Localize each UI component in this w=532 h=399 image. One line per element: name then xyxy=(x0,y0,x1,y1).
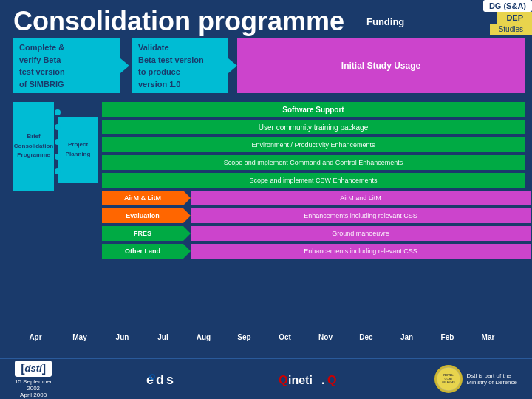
task-arrow-1 xyxy=(183,208,191,223)
svg-text:OF ARMS: OF ARMS xyxy=(442,381,455,384)
month-jul: Jul xyxy=(143,333,183,351)
task-label-3: Other Land xyxy=(102,244,183,259)
dstl-logo: [ dstl ] xyxy=(15,361,52,377)
main-title: Consolidation programme xyxy=(13,6,344,37)
top-bar: DG (S&A) DEP Studies xyxy=(483,0,532,35)
timeline: Apr May Jun Jul Aug Sep Oct Nov Dec Jan … xyxy=(13,333,525,351)
mod-area: ROYAL COAT OF ARMS Dstl is part of the M… xyxy=(434,365,517,393)
svg-text:Q: Q xyxy=(327,374,336,386)
dg-badge: DG (S&A) xyxy=(483,0,532,12)
task-row-1: Evaluation Enhancements including releva… xyxy=(102,208,531,223)
logo-bar: [ dstl ] 15 September 2002 April 2003 e … xyxy=(0,358,532,399)
dot-4 xyxy=(55,154,61,160)
svg-text:.: . xyxy=(321,374,324,386)
task-value-0: AirM and LitM xyxy=(191,191,531,205)
dstl-logo-area: [ dstl ] 15 September 2002 April 2003 xyxy=(15,361,52,398)
month-jun: Jun xyxy=(102,333,143,351)
task-arrow-2 xyxy=(183,226,191,241)
title-area: Consolidation programme Funding xyxy=(13,6,404,37)
task-label-1: Evaluation xyxy=(102,208,183,223)
task-value-3: Enhancements including relevant CSS xyxy=(191,244,531,259)
month-may: May xyxy=(58,333,102,351)
dep-badge: DEP xyxy=(497,12,532,24)
initial-study-box: Initial Study Usage xyxy=(237,38,525,93)
svg-text:ineti: ineti xyxy=(288,374,313,386)
scope-cbw-bar: Scope and implement CBW Enhancements xyxy=(102,173,525,188)
scope-c2-bar: Scope and implement Command and Control … xyxy=(102,155,525,170)
month-nov: Nov xyxy=(305,333,346,351)
top-boxes-row: Complete & verify Beta test version of S… xyxy=(13,38,525,93)
funding-label: Funding xyxy=(366,16,404,27)
task-value-1: Enhancements including relevant CSS xyxy=(191,208,531,223)
svg-text:Q: Q xyxy=(279,374,287,386)
month-oct: Oct xyxy=(265,333,305,351)
dot-3 xyxy=(55,139,61,145)
dot-5 xyxy=(55,168,61,174)
task-row-3: Other Land Enhancements including releva… xyxy=(102,244,531,259)
task-arrow-0 xyxy=(183,191,191,205)
bcp-box: Brief Consolidation Programme xyxy=(13,102,54,191)
month-feb: Feb xyxy=(427,333,468,351)
svg-text:d: d xyxy=(156,372,164,387)
task-label-0: AirM & LitM xyxy=(102,191,183,205)
mod-text: Dstl is part of the Ministry of Defence xyxy=(467,372,517,386)
task-arrow-3 xyxy=(183,244,191,259)
month-sep: Sep xyxy=(224,333,265,351)
eds-logo: e d s xyxy=(143,368,187,390)
month-apr: Apr xyxy=(13,333,58,351)
svg-text:s: s xyxy=(166,372,174,387)
mod-seal: ROYAL COAT OF ARMS xyxy=(434,365,463,393)
validate-box: Validate Beta test version to produce ve… xyxy=(132,38,228,93)
arrow-2 xyxy=(228,38,237,93)
date-line1: 15 September 2002 April 2003 xyxy=(15,378,52,398)
software-support-bar: Software Support xyxy=(102,102,525,117)
studies-badge: Studies xyxy=(490,24,532,35)
month-aug: Aug xyxy=(183,333,224,351)
user-community-bar: User community training package xyxy=(102,120,525,134)
env-bar: Environment / Productivity Enhancements xyxy=(102,137,525,152)
qinetiq-logo: Q ineti . Q xyxy=(277,368,344,390)
task-value-2: Ground manoeuvre xyxy=(191,226,531,241)
month-mar: Mar xyxy=(468,333,508,351)
pp-box: Project Planning xyxy=(58,117,98,183)
dot-1 xyxy=(55,109,61,115)
slide: DG (S&A) DEP Studies Consolidation progr… xyxy=(0,0,532,399)
month-jan: Jan xyxy=(386,333,427,351)
gantt-area: Brief Consolidation Programme Project Pl… xyxy=(13,102,525,351)
task-label-2: FRES xyxy=(102,226,183,241)
task-row-2: FRES Ground manoeuvre xyxy=(102,226,531,241)
task-row-0: AirM & LitM AirM and LitM xyxy=(102,191,531,205)
month-dec: Dec xyxy=(346,333,386,351)
complete-box: Complete & verify Beta test version of S… xyxy=(13,38,120,93)
arrow-1 xyxy=(120,38,129,93)
dot-2 xyxy=(55,124,61,130)
